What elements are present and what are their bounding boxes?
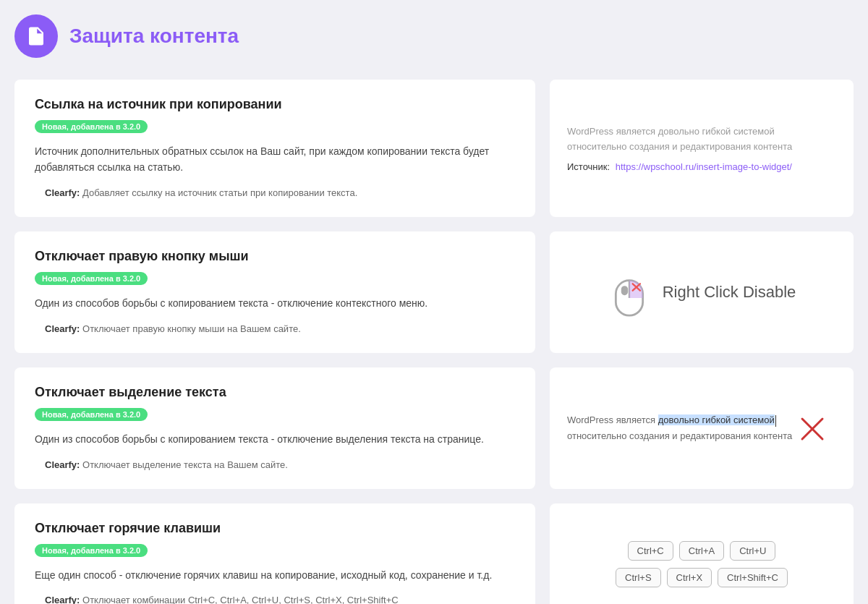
feature-left-hotkeys: Отключает горячие клавиши Новая, добавле… xyxy=(14,503,535,604)
mouse-icon xyxy=(608,267,651,318)
feature-row-copy-link: Ссылка на источник при копировании Новая… xyxy=(14,80,854,217)
source-line: Источник: https://wpschool.ru/insert-ima… xyxy=(567,161,836,172)
source-link-preview: WordPress является довольно гибкой систе… xyxy=(567,124,836,173)
selected-text: довольно гибкой системой xyxy=(658,414,775,425)
hotkey-ctrl-a: Ctrl+A xyxy=(679,541,724,561)
feature-right-hotkeys: Ctrl+C Ctrl+A Ctrl+U Ctrl+S Ctrl+X Ctrl+… xyxy=(550,503,854,604)
hotkey-ctrl-c: Ctrl+C xyxy=(628,541,673,561)
badge-right-click: Новая, добавлена в 3.2.0 xyxy=(35,272,148,285)
clearfy-text-copy-link: Добавляет ссылку на источник статьи при … xyxy=(82,187,357,198)
clearfy-label: Clearfy: xyxy=(45,187,80,198)
text-before: WordPress является xyxy=(567,414,658,425)
feature-desc-copy-link: Источник дополнительных обратных ссылок … xyxy=(35,143,515,176)
right-click-label: Right Click Disable xyxy=(663,283,796,302)
source-label: Источник: xyxy=(567,161,610,172)
feature-row-hotkeys: Отключает горячие клавиши Новая, добавле… xyxy=(14,503,854,604)
feature-desc-right-click: Один из способов борьбы с копированием т… xyxy=(35,295,515,311)
feature-row-text-select: Отключает выделение текста Новая, добавл… xyxy=(14,367,854,489)
hotkeys-row-2: Ctrl+S Ctrl+X Ctrl+Shift+C xyxy=(616,568,788,587)
badge-copy-link: Новая, добавлена в 3.2.0 xyxy=(35,120,148,133)
feature-left-copy-link: Ссылка на источник при копировании Новая… xyxy=(14,80,535,217)
feature-clearfy-right-click: Clearfy: Отключает правую кнопку мыши на… xyxy=(35,322,515,336)
hotkey-ctrl-shift-c: Ctrl+Shift+C xyxy=(718,568,788,587)
preview-text-copy-link: WordPress является довольно гибкой систе… xyxy=(567,124,836,155)
badge-hotkeys: Новая, добавлена в 3.2.0 xyxy=(35,544,148,557)
feature-title-text-select: Отключает выделение текста xyxy=(35,385,515,400)
source-url[interactable]: https://wpschool.ru/insert-image-to-widg… xyxy=(616,161,792,172)
badge-text-select: Новая, добавлена в 3.2.0 xyxy=(35,408,148,421)
page-title: Защита контента xyxy=(69,25,239,48)
feature-right-text-select: WordPress является довольно гибкой систе… xyxy=(550,367,854,489)
hotkey-ctrl-s: Ctrl+S xyxy=(616,568,660,587)
page-header: Защита контента xyxy=(14,14,854,58)
clearfy-label-2: Clearfy: xyxy=(45,323,80,334)
clearfy-label-4: Clearfy: xyxy=(45,595,80,604)
hotkey-ctrl-x: Ctrl+X xyxy=(667,568,712,587)
text-after: относительно создания и редактирования к… xyxy=(567,430,792,441)
clearfy-text-right-click: Отключает правую кнопку мыши на Вашем са… xyxy=(82,323,301,334)
feature-row-right-click: Отключает правую кнопку мыши Новая, доба… xyxy=(14,231,854,353)
feature-right-copy-link: WordPress является довольно гибкой систе… xyxy=(550,80,854,217)
feature-left-text-select: Отключает выделение текста Новая, добавл… xyxy=(14,367,535,489)
right-click-preview: Right Click Disable xyxy=(608,267,796,318)
svg-rect-2 xyxy=(621,286,627,295)
selection-text: WordPress является довольно гибкой систе… xyxy=(567,412,836,444)
feature-desc-hotkeys: Еще один способ - отключение горячих кла… xyxy=(35,567,515,583)
document-icon xyxy=(25,25,47,47)
clearfy-text-hotkeys: Отключает комбинации Ctrl+C, Ctrl+A, Ctr… xyxy=(82,595,399,604)
feature-desc-text-select: Один из способов борьбы с копированием т… xyxy=(35,431,515,447)
clearfy-label-3: Clearfy: xyxy=(45,459,80,470)
feature-clearfy-text-select: Clearfy: Отключает выделение текста на В… xyxy=(35,458,515,472)
hotkeys-preview: Ctrl+C Ctrl+A Ctrl+U Ctrl+S Ctrl+X Ctrl+… xyxy=(616,541,788,587)
feature-title-right-click: Отключает правую кнопку мыши xyxy=(35,249,515,264)
feature-clearfy-hotkeys: Clearfy: Отключает комбинации Ctrl+C, Ct… xyxy=(35,593,515,604)
header-icon-container xyxy=(14,14,58,58)
cursor-line xyxy=(775,415,776,427)
clearfy-text-text-select: Отключает выделение текста на Вашем сайт… xyxy=(82,459,288,470)
feature-clearfy-copy-link: Clearfy: Добавляет ссылку на источник ст… xyxy=(35,186,515,200)
feature-title-copy-link: Ссылка на источник при копировании xyxy=(35,97,515,112)
feature-left-right-click: Отключает правую кнопку мыши Новая, доба… xyxy=(14,231,535,353)
no-select-icon xyxy=(799,416,825,442)
feature-title-hotkeys: Отключает горячие клавиши xyxy=(35,521,515,536)
feature-right-right-click: Right Click Disable xyxy=(550,231,854,353)
hotkey-ctrl-u: Ctrl+U xyxy=(730,541,775,561)
selection-preview: WordPress является довольно гибкой систе… xyxy=(567,412,836,444)
hotkeys-row-1: Ctrl+C Ctrl+A Ctrl+U xyxy=(628,541,776,561)
